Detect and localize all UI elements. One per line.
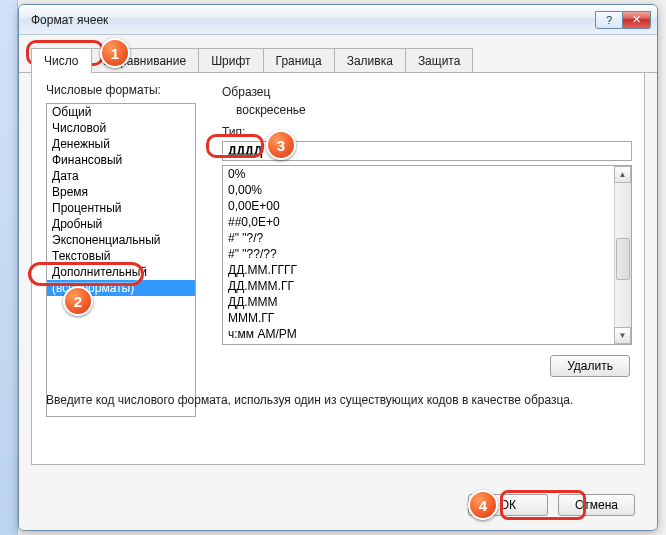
dialog-window: Формат ячеек ? ✕ Число Выравнивание Шриф… bbox=[18, 4, 658, 531]
window-buttons: ? ✕ bbox=[595, 11, 651, 29]
titlebar[interactable]: Формат ячеек ? ✕ bbox=[19, 5, 657, 35]
format-code-item[interactable]: ДД.МММ.ГГ bbox=[223, 278, 631, 294]
format-code-item[interactable]: 0,00% bbox=[223, 182, 631, 198]
tab-panel-number: Числовые форматы: ОбщийЧисловойДенежныйФ… bbox=[31, 73, 645, 465]
category-item[interactable]: Процентный bbox=[47, 200, 195, 216]
format-code-item[interactable]: #" "??/?? bbox=[223, 246, 631, 262]
tabstrip: Число Выравнивание Шрифт Граница Заливка… bbox=[19, 45, 657, 73]
category-item[interactable]: Общий bbox=[47, 104, 195, 120]
format-code-item[interactable]: 0,00E+00 bbox=[223, 198, 631, 214]
format-codes-listbox[interactable]: 0%0,00%0,00E+00##0,0E+0#" "?/?#" "??/??Д… bbox=[222, 165, 632, 345]
type-input[interactable] bbox=[222, 141, 632, 161]
type-label: Тип: bbox=[222, 125, 245, 139]
tab-protection[interactable]: Защита bbox=[405, 48, 474, 72]
category-item[interactable]: Финансовый bbox=[47, 152, 195, 168]
help-button[interactable]: ? bbox=[595, 11, 623, 29]
category-item[interactable]: Время bbox=[47, 184, 195, 200]
scroll-down-icon[interactable]: ▼ bbox=[614, 327, 631, 344]
delete-button[interactable]: Удалить bbox=[550, 355, 630, 377]
tab-alignment[interactable]: Выравнивание bbox=[91, 48, 200, 72]
sample-label: Образец bbox=[222, 85, 270, 99]
cancel-button[interactable]: Отмена bbox=[558, 494, 635, 516]
category-item[interactable]: Дата bbox=[47, 168, 195, 184]
format-code-item[interactable]: ч:мм AM/PM bbox=[223, 326, 631, 342]
category-item[interactable]: Числовой bbox=[47, 120, 195, 136]
client-area: Число Выравнивание Шрифт Граница Заливка… bbox=[19, 35, 657, 530]
instruction-text: Введите код числового формата, используя… bbox=[46, 393, 630, 407]
category-item[interactable]: Текстовый bbox=[47, 248, 195, 264]
scrollbar[interactable]: ▲ ▼ bbox=[614, 166, 631, 344]
desktop-strip bbox=[0, 0, 18, 535]
sample-value: воскресенье bbox=[236, 103, 306, 117]
dialog-buttons: ОК Отмена bbox=[468, 494, 635, 516]
category-item[interactable]: (все форматы) bbox=[47, 280, 195, 296]
format-code-item[interactable]: 0% bbox=[223, 166, 631, 182]
format-code-item[interactable]: МММ.ГГ bbox=[223, 310, 631, 326]
scroll-thumb[interactable] bbox=[616, 238, 630, 280]
window-title: Формат ячеек bbox=[31, 13, 595, 27]
format-code-item[interactable]: ДД.ММ.ГГГГ bbox=[223, 262, 631, 278]
close-button[interactable]: ✕ bbox=[623, 11, 651, 29]
categories-label: Числовые форматы: bbox=[46, 83, 630, 97]
ok-button[interactable]: ОК bbox=[468, 494, 548, 516]
format-code-item[interactable]: #" "?/? bbox=[223, 230, 631, 246]
tab-number[interactable]: Число bbox=[31, 48, 92, 73]
format-code-item[interactable]: ДД.МММ bbox=[223, 294, 631, 310]
format-code-item[interactable]: ##0,0E+0 bbox=[223, 214, 631, 230]
category-item[interactable]: Дробный bbox=[47, 216, 195, 232]
category-item[interactable]: Денежный bbox=[47, 136, 195, 152]
category-listbox[interactable]: ОбщийЧисловойДенежныйФинансовыйДатаВремя… bbox=[46, 103, 196, 417]
scroll-up-icon[interactable]: ▲ bbox=[614, 166, 631, 183]
category-item[interactable]: Экспоненциальный bbox=[47, 232, 195, 248]
category-item[interactable]: Дополнительный bbox=[47, 264, 195, 280]
tab-font[interactable]: Шрифт bbox=[198, 48, 263, 72]
tab-border[interactable]: Граница bbox=[263, 48, 335, 72]
tab-fill[interactable]: Заливка bbox=[334, 48, 406, 72]
